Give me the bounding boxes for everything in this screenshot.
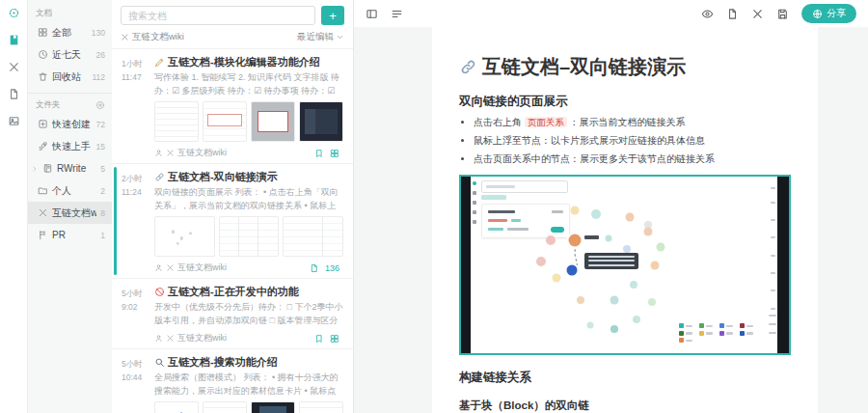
book-icon	[8, 34, 20, 46]
rail-book-button[interactable]	[8, 34, 20, 46]
card-time-absolute: 9:02	[122, 300, 143, 314]
mini-search-box	[481, 180, 568, 193]
sidebar-item-快速上手[interactable]: 快速上手 15	[28, 135, 112, 157]
rail-tools-button[interactable]	[8, 61, 20, 73]
graph-node-faded	[610, 325, 618, 333]
screenshot-content	[471, 177, 777, 353]
sidebar-item-回收站[interactable]: 回收站 112	[28, 66, 112, 88]
sidebar-item-count: 2	[100, 186, 105, 196]
legend-item	[699, 331, 713, 336]
graph-tooltip	[584, 253, 638, 269]
card-space-label: 互链文档wiki	[177, 332, 227, 344]
screenshot-left-bar	[461, 177, 471, 353]
tools-icon	[751, 8, 764, 20]
bookmark-icon[interactable]	[314, 334, 324, 344]
topbar-panel-left-button[interactable]	[366, 8, 378, 20]
graph-node-faded	[587, 321, 594, 328]
topbar-outline-button[interactable]	[391, 8, 403, 20]
thumbnail-table	[219, 216, 280, 257]
card-title-text: 互链文档-双向链接演示	[168, 170, 278, 184]
bullet-text: 鼠标上浮至节点：以卡片形式展示对应链接的具体信息	[474, 135, 705, 146]
tools-icon	[121, 33, 129, 41]
graph-node-source[interactable]	[569, 234, 582, 247]
document-topbar: 分享	[354, 0, 868, 27]
embedded-screenshot[interactable]	[459, 175, 791, 355]
clock-icon	[38, 49, 48, 60]
sidebar-item-label: 回收站	[52, 70, 88, 84]
outline-icon	[391, 8, 403, 20]
card-space: 互链文档wiki	[154, 147, 311, 159]
search-row: +	[112, 0, 353, 28]
add-folder-icon[interactable]	[95, 100, 105, 110]
image-icon	[8, 115, 20, 127]
card-actions[interactable]	[314, 149, 339, 158]
sidebar-item-个人[interactable]: 个人 2	[28, 179, 112, 202]
card-time: 2小时11:24	[122, 172, 143, 200]
sidebar: 文档 全部 130 近七天 26 回收站 112 文件夹 快速创建 72 快速上…	[28, 0, 112, 413]
thumbnail-darkimg	[251, 401, 295, 413]
main-area: 分享 互链文档–双向链接演示 双向链接的页面展示 点击右上角 页面关系 ：展示当…	[354, 0, 868, 413]
document-cards: 1小时11:47 互链文档-模块化编辑器功能介绍 写作体验 1. 智能续写 2.…	[112, 48, 353, 413]
sidebar-item-RWrite[interactable]: RWrite 5	[28, 157, 112, 179]
add-document-button[interactable]: +	[321, 6, 344, 25]
link-icon	[154, 172, 165, 182]
graph-node-target[interactable]	[566, 265, 577, 276]
sidebar-item-label: 互链文档wiki	[52, 206, 96, 220]
topbar-save-button[interactable]	[776, 8, 789, 20]
sort-dropdown[interactable]: 最近编辑	[297, 31, 344, 43]
doc-bullet: 点击右上角 页面关系 ：展示当前文档的链接关系	[474, 115, 791, 129]
card-time-absolute: 11:47	[122, 70, 143, 84]
sidebar-item-全部[interactable]: 全部 130	[28, 21, 112, 43]
bullet-text: 点击右上角	[474, 117, 525, 127]
legend-item	[679, 323, 692, 328]
sidebar-section-docs: 文档	[28, 5, 112, 21]
ban-icon	[154, 287, 165, 297]
sidebar-item-快速创建[interactable]: 快速创建 72	[28, 113, 112, 135]
sidebar-item-PR[interactable]: PR 1	[28, 224, 112, 246]
card-time: 5小时9:02	[122, 287, 143, 315]
sort-label: 最近编辑	[297, 31, 334, 43]
graph-node-faded	[536, 257, 546, 266]
card-time: 1小时11:47	[122, 57, 143, 85]
thumbnail-frame	[251, 101, 295, 142]
graph-node-faded	[571, 206, 580, 215]
graph-node-faded	[633, 316, 640, 323]
document-card[interactable]: 5小时9:02 互链文档-正在开发中的功能 开发中（优先级不分先后）待办： □ …	[112, 278, 353, 348]
bookmark-icon[interactable]	[314, 149, 324, 158]
document-card[interactable]: 5小时10:44 互链文档-搜索功能介绍 全局搜索（图谱模式） 列表： • 拥有…	[112, 348, 353, 413]
card-actions[interactable]: 136	[310, 263, 339, 273]
inline-code[interactable]: 页面关系	[525, 117, 567, 127]
grid-icon[interactable]	[330, 149, 339, 158]
pencil-icon	[154, 57, 165, 68]
flag-icon	[38, 230, 48, 240]
topbar-page-button[interactable]	[726, 8, 739, 20]
sidebar-item-互链文档wiki[interactable]: 互链文档wiki 8	[28, 202, 112, 224]
card-title: 互链文档-模块化编辑器功能介绍	[154, 55, 343, 69]
tools-icon	[38, 207, 48, 218]
sidebar-item-count: 112	[92, 72, 105, 82]
rail-page-button[interactable]	[8, 88, 20, 100]
document-card[interactable]: 2小时11:24 互链文档-双向链接演示 双向链接的页面展示 列表： • 点击右…	[112, 163, 353, 278]
page-icon[interactable]	[310, 263, 319, 273]
grid-icon[interactable]	[330, 334, 339, 344]
topbar-tools-button[interactable]	[751, 8, 764, 20]
person-icon	[154, 149, 163, 157]
graph-legend	[679, 323, 753, 343]
card-footer: 互链文档wiki 136	[154, 262, 343, 274]
graph-node-faded	[546, 235, 556, 245]
rail-image-button[interactable]	[8, 115, 20, 127]
card-space-label: 互链文档wiki	[177, 147, 227, 159]
thumbnail-doc	[203, 401, 247, 413]
search-input[interactable]	[121, 6, 315, 25]
share-button[interactable]: 分享	[801, 4, 856, 23]
document-card[interactable]: 1小时11:47 互链文档-模块化编辑器功能介绍 写作体验 1. 智能续写 2.…	[112, 48, 353, 163]
card-footer: 互链文档wiki	[154, 147, 343, 159]
notebook-icon	[42, 163, 53, 174]
topbar-eye-button[interactable]	[701, 8, 714, 20]
sidebar-item-label: 全部	[52, 26, 88, 40]
rail-logo-button[interactable]	[8, 7, 20, 19]
logo-icon	[8, 7, 20, 19]
legend-item	[719, 323, 733, 328]
card-actions[interactable]	[314, 334, 339, 344]
sidebar-item-近七天[interactable]: 近七天 26	[28, 43, 112, 66]
